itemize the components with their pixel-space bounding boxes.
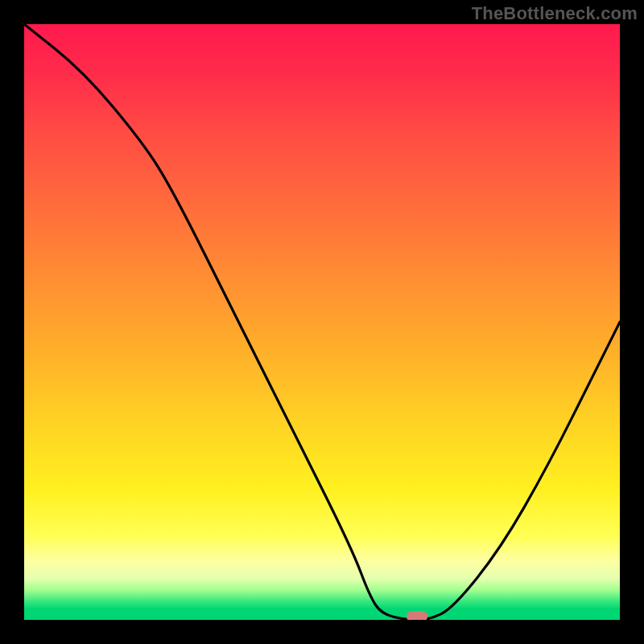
bottleneck-curve	[24, 24, 620, 620]
optimal-point-marker	[407, 611, 427, 620]
attribution-text: TheBottleneck.com	[472, 3, 638, 24]
chart-frame: TheBottleneck.com	[0, 0, 644, 644]
plot-area	[24, 24, 620, 620]
